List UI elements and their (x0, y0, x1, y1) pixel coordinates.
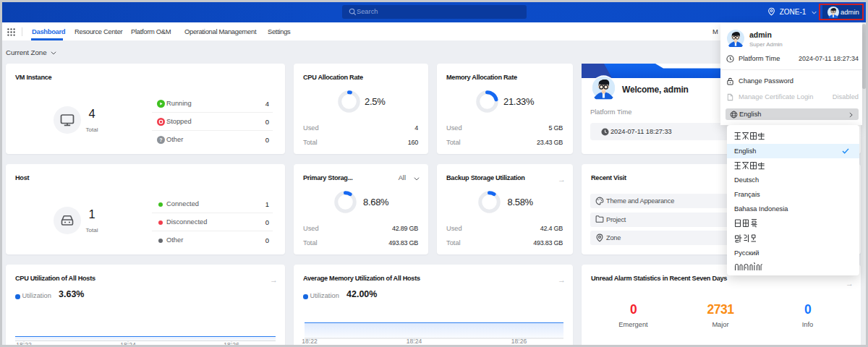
svg-text:18:24: 18:24 (120, 341, 136, 345)
svg-text:18:26: 18:26 (224, 341, 239, 345)
svg-text:18:22: 18:22 (302, 338, 318, 345)
svg-text:18:24: 18:24 (407, 338, 422, 345)
svg-text:18:22: 18:22 (16, 341, 32, 345)
svg-text:?: ? (159, 137, 162, 142)
svg-text:18:26: 18:26 (511, 338, 527, 345)
